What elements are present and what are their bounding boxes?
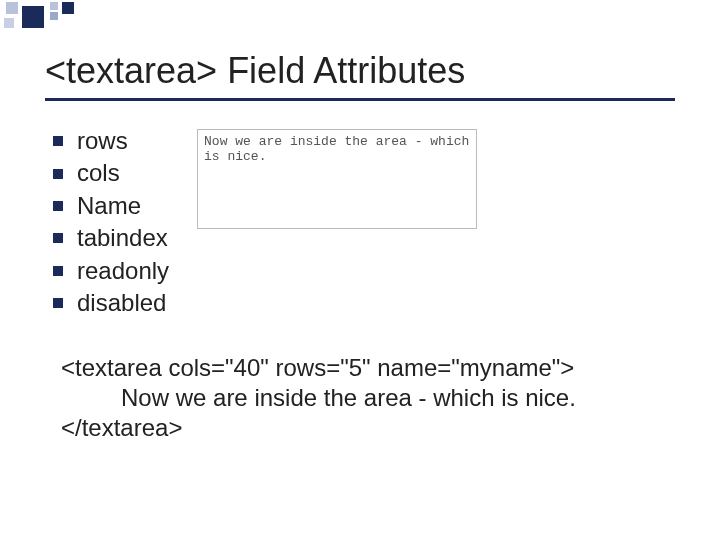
code-line-close: </textarea> — [61, 413, 675, 443]
bullet-icon — [53, 298, 63, 308]
list-item-label: tabindex — [77, 222, 168, 254]
list-item: cols — [53, 157, 169, 189]
list-item-label: readonly — [77, 255, 169, 287]
list-item: readonly — [53, 255, 169, 287]
attribute-list: rows cols Name tabindex readonly disable… — [45, 125, 169, 319]
bullet-icon — [53, 136, 63, 146]
code-line-open: <textarea cols="40" rows="5" name="mynam… — [61, 353, 675, 383]
list-item: rows — [53, 125, 169, 157]
example-textarea[interactable] — [197, 129, 477, 229]
list-item-label: cols — [77, 157, 120, 189]
code-example: <textarea cols="40" rows="5" name="mynam… — [45, 353, 675, 443]
list-item: tabindex — [53, 222, 169, 254]
slide-content: <textarea> Field Attributes rows cols Na… — [0, 0, 720, 443]
content-row: rows cols Name tabindex readonly disable… — [45, 125, 675, 319]
list-item: Name — [53, 190, 169, 222]
list-item-label: rows — [77, 125, 128, 157]
code-line-inner: Now we are inside the area - which is ni… — [61, 383, 675, 413]
bullet-icon — [53, 201, 63, 211]
textarea-preview — [197, 129, 477, 233]
list-item: disabled — [53, 287, 169, 319]
bullet-icon — [53, 266, 63, 276]
slide-title: <textarea> Field Attributes — [45, 50, 675, 101]
list-item-label: Name — [77, 190, 141, 222]
bullet-icon — [53, 233, 63, 243]
list-item-label: disabled — [77, 287, 166, 319]
bullet-icon — [53, 169, 63, 179]
